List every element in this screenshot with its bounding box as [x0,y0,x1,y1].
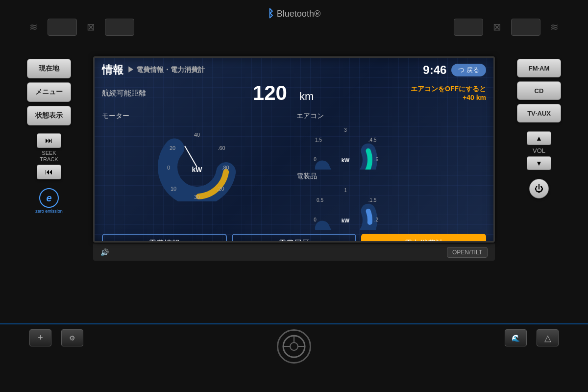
power-button[interactable]: ⏻ [529,179,549,198]
open-tilt-button[interactable]: OPEN/TILT [447,247,488,258]
svg-text:3: 3 [344,127,347,133]
vol-up-button[interactable]: ▲ [527,131,551,145]
left-vents: ≋ ⊠ [29,19,134,36]
electrical-gauge-row: 電装品 kW 1 0.5 .1.5 0 .2 [296,172,486,230]
screen-inner: 情報 ▶ 電費情報・電力消費計 9:46 つ 戻る 航続可能距離 120 [95,58,493,241]
volume-group: ▲ VOL ▼ [527,131,551,170]
time-area: 9:46 つ 戻る [423,63,486,77]
vol-down-button[interactable]: ▼ [527,156,551,170]
svg-text:0.5: 0.5 [317,197,323,203]
svg-point-29 [290,343,298,350]
svg-text:0: 0 [167,165,170,171]
seek-back-button[interactable]: ⏮ [37,165,61,179]
svg-text:.60: .60 [218,145,225,151]
left-vent-icon-2: ⊠ [87,21,95,33]
right-vent-knob-1[interactable] [454,19,483,36]
svg-text:.20: .20 [217,186,224,192]
svg-line-11 [185,146,197,167]
zero-emission-badge: e zero emission [35,188,63,214]
screen-time: 9:46 [423,63,446,77]
range-label: 航続可能距離 [102,89,146,98]
svg-text:.6: .6 [374,157,379,162]
bluetooth-icon: ᛒ [268,7,274,20]
aircon-label: エアコン [296,112,324,121]
motor-gauge-svg: kW 40 20 .60 0 .80 10 .20 30 [158,123,236,201]
right-vent-icon-2: ≋ [550,21,559,33]
motor-gauge-wrapper: kW 40 20 .60 0 .80 10 .20 30 [158,123,236,201]
ac-warning: エアコンをOFFにすると +40 km [411,84,486,102]
svg-point-20 [321,196,370,230]
range-unit: km [299,90,314,103]
vol-label: VOL [533,147,545,154]
svg-text:.80: .80 [221,165,229,171]
btn-electricity-history[interactable]: 電費履歴 [232,234,357,243]
svg-text:30: 30 [194,194,199,200]
zero-emission-icon: e [39,188,59,208]
bottom-center-controls [277,329,311,364]
svg-text:0: 0 [314,217,317,222]
breadcrumb: ▶ 電費情報・電力消費計 [127,66,205,74]
svg-text:40: 40 [194,132,199,138]
tvaux-button[interactable]: TV·AUX [517,104,561,122]
fmam-button[interactable]: FM·AM [517,59,561,77]
svg-text:1: 1 [344,188,347,193]
zero-emission-text: zero emission [35,209,63,214]
motor-label: モーター [102,112,129,121]
status-button[interactable]: 状態表示 [27,106,71,125]
speaker-icon: 🔊 [100,248,109,256]
svg-text:.2: .2 [374,217,379,222]
right-gauges: エアコン kW 3 1.5 .4.5 0 .6 [296,112,486,230]
aircon-gauge-svg: kW 3 1.5 .4.5 0 .6 [296,123,394,170]
screen-title: 情報 ▶ 電費情報・電力消費計 [102,63,205,77]
svg-text:0: 0 [314,157,317,162]
ac-fan-button[interactable]: ⚙ [61,329,83,346]
center-button-row [277,329,311,364]
range-value: 120 [253,81,287,105]
steering-svg [282,334,306,359]
right-vent-icon-1: ⊠ [493,21,501,33]
main-console: 現在地 メニュー 状態表示 ⏭ SEEKTRACK ⏮ e zero emiss… [0,54,588,323]
aircon-gauge-row: エアコン kW 3 1.5 .4.5 0 .6 [296,112,486,170]
svg-text:10: 10 [170,186,176,192]
bottom-controls: + ⚙ 🌊 △ [0,323,588,392]
left-vent-knob-1[interactable] [48,19,77,36]
bottom-left-controls: + ⚙ [29,329,83,346]
right-panel: FM·AM CD TV·AUX ▲ VOL ▼ ⏻ [500,54,578,198]
right-vents: ⊠ ≋ [454,19,559,36]
main-screen: 情報 ▶ 電費情報・電力消費計 9:46 つ 戻る 航続可能距離 120 [93,56,495,243]
current-location-button[interactable]: 現在地 [27,59,71,78]
wiper-button[interactable]: 🌊 [505,329,527,346]
ac-plus-button[interactable]: + [29,329,51,346]
btn-electricity-info[interactable]: 電費情報 [102,234,227,243]
svg-text:.4.5: .4.5 [368,137,377,143]
right-vent-knob-2[interactable] [511,19,540,36]
seek-forward-button[interactable]: ⏭ [37,133,61,148]
btn-power-meter[interactable]: 電力消費計 [361,234,486,243]
svg-text:.1.5: .1.5 [368,197,377,203]
bluetooth-label: ᛒ Bluetooth® [268,7,320,20]
svg-point-12 [321,135,370,170]
screen-header: 情報 ▶ 電費情報・電力消費計 9:46 つ 戻る [102,63,486,77]
left-vent-knob-2[interactable] [105,19,134,36]
cd-button[interactable]: CD [517,81,561,100]
steering-wheel-icon [277,329,311,364]
top-vents-section: ≋ ⊠ ᛒ Bluetooth® ⊠ ≋ [0,0,588,54]
back-button[interactable]: つ 戻る [451,64,486,76]
range-section: 航続可能距離 120 km エアコンをOFFにすると +40 km [102,81,486,105]
motor-gauge-panel: モーター kW 40 20 .60 [102,112,292,230]
menu-button[interactable]: メニュー [27,82,71,102]
svg-text:kW: kW [342,218,350,223]
left-vent-icon-1: ≋ [29,21,38,33]
electrical-label: 電装品 [296,172,317,181]
electrical-gauge-svg: kW 1 0.5 .1.5 0 .2 [296,183,394,230]
seek-track-label: SEEKTRACK [40,150,58,163]
range-value-group: 120 km [243,81,314,105]
ac-triangle-button[interactable]: △ [537,329,559,346]
bottom-right-controls: 🌊 △ [505,329,559,346]
seek-track-group: ⏭ SEEKTRACK ⏮ [37,133,61,179]
left-panel: 現在地 メニュー 状態表示 ⏭ SEEKTRACK ⏮ e zero emiss… [10,54,88,214]
svg-text:kW: kW [342,157,350,163]
screen-bottom-buttons: 電費情報 電費履歴 電力消費計 [102,234,486,243]
screen-container: 情報 ▶ 電費情報・電力消費計 9:46 つ 戻る 航続可能距離 120 [88,54,500,263]
gauges-section: モーター kW 40 20 .60 [102,112,486,230]
